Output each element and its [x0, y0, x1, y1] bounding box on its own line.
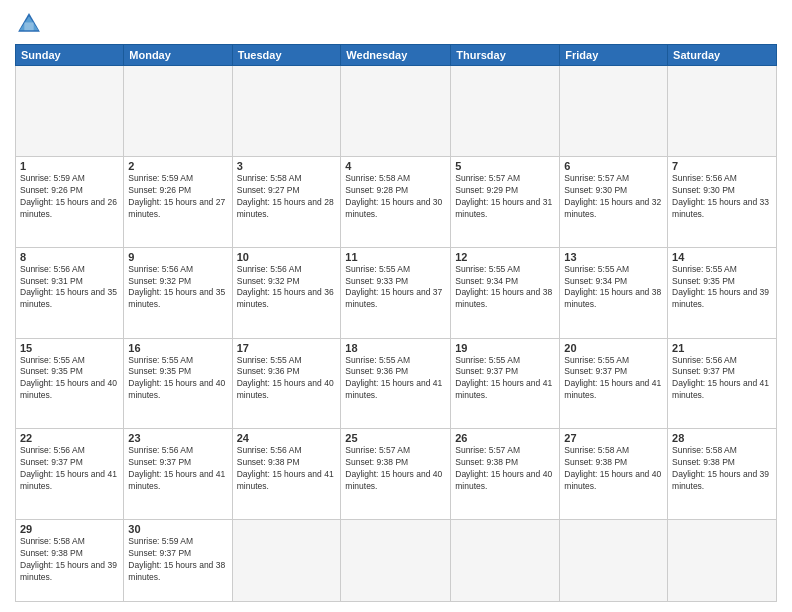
day-info: Sunrise: 5:55 AMSunset: 9:36 PMDaylight:…	[345, 355, 446, 403]
day-info: Sunrise: 5:55 AMSunset: 9:37 PMDaylight:…	[564, 355, 663, 403]
day-cell: 11Sunrise: 5:55 AMSunset: 9:33 PMDayligh…	[341, 247, 451, 338]
day-info: Sunrise: 5:59 AMSunset: 9:26 PMDaylight:…	[128, 173, 227, 221]
week-row-3: 8Sunrise: 5:56 AMSunset: 9:31 PMDaylight…	[16, 247, 777, 338]
day-number: 10	[237, 251, 337, 263]
day-cell: 13Sunrise: 5:55 AMSunset: 9:34 PMDayligh…	[560, 247, 668, 338]
day-cell	[451, 520, 560, 602]
day-number: 2	[128, 160, 227, 172]
day-cell: 29Sunrise: 5:58 AMSunset: 9:38 PMDayligh…	[16, 520, 124, 602]
day-cell: 14Sunrise: 5:55 AMSunset: 9:35 PMDayligh…	[668, 247, 777, 338]
logo-icon	[15, 10, 43, 38]
day-info: Sunrise: 5:59 AMSunset: 9:37 PMDaylight:…	[128, 536, 227, 584]
day-cell	[451, 66, 560, 157]
day-cell: 21Sunrise: 5:56 AMSunset: 9:37 PMDayligh…	[668, 338, 777, 429]
header-sunday: Sunday	[16, 45, 124, 66]
week-row-5: 22Sunrise: 5:56 AMSunset: 9:37 PMDayligh…	[16, 429, 777, 520]
day-info: Sunrise: 5:55 AMSunset: 9:35 PMDaylight:…	[20, 355, 119, 403]
header-friday: Friday	[560, 45, 668, 66]
day-cell	[341, 66, 451, 157]
day-number: 28	[672, 432, 772, 444]
day-cell: 10Sunrise: 5:56 AMSunset: 9:32 PMDayligh…	[232, 247, 341, 338]
day-cell: 4Sunrise: 5:58 AMSunset: 9:28 PMDaylight…	[341, 156, 451, 247]
day-cell: 16Sunrise: 5:55 AMSunset: 9:35 PMDayligh…	[124, 338, 232, 429]
day-info: Sunrise: 5:55 AMSunset: 9:34 PMDaylight:…	[564, 264, 663, 312]
day-info: Sunrise: 5:55 AMSunset: 9:37 PMDaylight:…	[455, 355, 555, 403]
day-cell: 23Sunrise: 5:56 AMSunset: 9:37 PMDayligh…	[124, 429, 232, 520]
day-info: Sunrise: 5:58 AMSunset: 9:38 PMDaylight:…	[564, 445, 663, 493]
week-row-4: 15Sunrise: 5:55 AMSunset: 9:35 PMDayligh…	[16, 338, 777, 429]
day-cell: 20Sunrise: 5:55 AMSunset: 9:37 PMDayligh…	[560, 338, 668, 429]
day-info: Sunrise: 5:56 AMSunset: 9:37 PMDaylight:…	[20, 445, 119, 493]
day-cell	[16, 66, 124, 157]
day-info: Sunrise: 5:55 AMSunset: 9:34 PMDaylight:…	[455, 264, 555, 312]
day-number: 17	[237, 342, 337, 354]
day-number: 26	[455, 432, 555, 444]
day-cell	[341, 520, 451, 602]
day-cell: 28Sunrise: 5:58 AMSunset: 9:38 PMDayligh…	[668, 429, 777, 520]
day-number: 22	[20, 432, 119, 444]
day-number: 7	[672, 160, 772, 172]
header-tuesday: Tuesday	[232, 45, 341, 66]
day-number: 6	[564, 160, 663, 172]
day-cell: 5Sunrise: 5:57 AMSunset: 9:29 PMDaylight…	[451, 156, 560, 247]
day-cell: 9Sunrise: 5:56 AMSunset: 9:32 PMDaylight…	[124, 247, 232, 338]
day-info: Sunrise: 5:56 AMSunset: 9:38 PMDaylight:…	[237, 445, 337, 493]
day-number: 13	[564, 251, 663, 263]
day-cell: 15Sunrise: 5:55 AMSunset: 9:35 PMDayligh…	[16, 338, 124, 429]
day-number: 14	[672, 251, 772, 263]
day-info: Sunrise: 5:56 AMSunset: 9:32 PMDaylight:…	[128, 264, 227, 312]
day-cell: 27Sunrise: 5:58 AMSunset: 9:38 PMDayligh…	[560, 429, 668, 520]
day-info: Sunrise: 5:59 AMSunset: 9:26 PMDaylight:…	[20, 173, 119, 221]
header-wednesday: Wednesday	[341, 45, 451, 66]
day-cell	[232, 66, 341, 157]
day-cell: 2Sunrise: 5:59 AMSunset: 9:26 PMDaylight…	[124, 156, 232, 247]
day-number: 16	[128, 342, 227, 354]
day-cell: 7Sunrise: 5:56 AMSunset: 9:30 PMDaylight…	[668, 156, 777, 247]
day-cell: 24Sunrise: 5:56 AMSunset: 9:38 PMDayligh…	[232, 429, 341, 520]
day-cell: 17Sunrise: 5:55 AMSunset: 9:36 PMDayligh…	[232, 338, 341, 429]
header-thursday: Thursday	[451, 45, 560, 66]
day-number: 25	[345, 432, 446, 444]
day-info: Sunrise: 5:55 AMSunset: 9:35 PMDaylight:…	[128, 355, 227, 403]
day-number: 1	[20, 160, 119, 172]
day-cell: 30Sunrise: 5:59 AMSunset: 9:37 PMDayligh…	[124, 520, 232, 602]
week-row-2: 1Sunrise: 5:59 AMSunset: 9:26 PMDaylight…	[16, 156, 777, 247]
day-info: Sunrise: 5:55 AMSunset: 9:33 PMDaylight:…	[345, 264, 446, 312]
day-cell	[560, 66, 668, 157]
day-number: 15	[20, 342, 119, 354]
day-number: 4	[345, 160, 446, 172]
day-info: Sunrise: 5:56 AMSunset: 9:37 PMDaylight:…	[128, 445, 227, 493]
day-info: Sunrise: 5:56 AMSunset: 9:32 PMDaylight:…	[237, 264, 337, 312]
day-info: Sunrise: 5:58 AMSunset: 9:38 PMDaylight:…	[20, 536, 119, 584]
day-number: 12	[455, 251, 555, 263]
day-cell: 1Sunrise: 5:59 AMSunset: 9:26 PMDaylight…	[16, 156, 124, 247]
calendar-table: SundayMondayTuesdayWednesdayThursdayFrid…	[15, 44, 777, 602]
day-number: 18	[345, 342, 446, 354]
day-number: 30	[128, 523, 227, 535]
day-number: 11	[345, 251, 446, 263]
svg-rect-2	[24, 22, 33, 30]
day-info: Sunrise: 5:58 AMSunset: 9:28 PMDaylight:…	[345, 173, 446, 221]
day-cell: 12Sunrise: 5:55 AMSunset: 9:34 PMDayligh…	[451, 247, 560, 338]
day-info: Sunrise: 5:56 AMSunset: 9:37 PMDaylight:…	[672, 355, 772, 403]
day-info: Sunrise: 5:58 AMSunset: 9:27 PMDaylight:…	[237, 173, 337, 221]
day-cell: 19Sunrise: 5:55 AMSunset: 9:37 PMDayligh…	[451, 338, 560, 429]
week-row-1	[16, 66, 777, 157]
day-cell: 22Sunrise: 5:56 AMSunset: 9:37 PMDayligh…	[16, 429, 124, 520]
day-info: Sunrise: 5:56 AMSunset: 9:31 PMDaylight:…	[20, 264, 119, 312]
day-cell: 8Sunrise: 5:56 AMSunset: 9:31 PMDaylight…	[16, 247, 124, 338]
header-monday: Monday	[124, 45, 232, 66]
day-cell	[668, 520, 777, 602]
day-number: 21	[672, 342, 772, 354]
header-saturday: Saturday	[668, 45, 777, 66]
day-cell: 25Sunrise: 5:57 AMSunset: 9:38 PMDayligh…	[341, 429, 451, 520]
day-number: 20	[564, 342, 663, 354]
day-info: Sunrise: 5:57 AMSunset: 9:29 PMDaylight:…	[455, 173, 555, 221]
day-info: Sunrise: 5:57 AMSunset: 9:38 PMDaylight:…	[345, 445, 446, 493]
header	[15, 10, 777, 38]
day-number: 3	[237, 160, 337, 172]
day-cell: 26Sunrise: 5:57 AMSunset: 9:38 PMDayligh…	[451, 429, 560, 520]
day-cell: 6Sunrise: 5:57 AMSunset: 9:30 PMDaylight…	[560, 156, 668, 247]
day-number: 5	[455, 160, 555, 172]
day-number: 9	[128, 251, 227, 263]
